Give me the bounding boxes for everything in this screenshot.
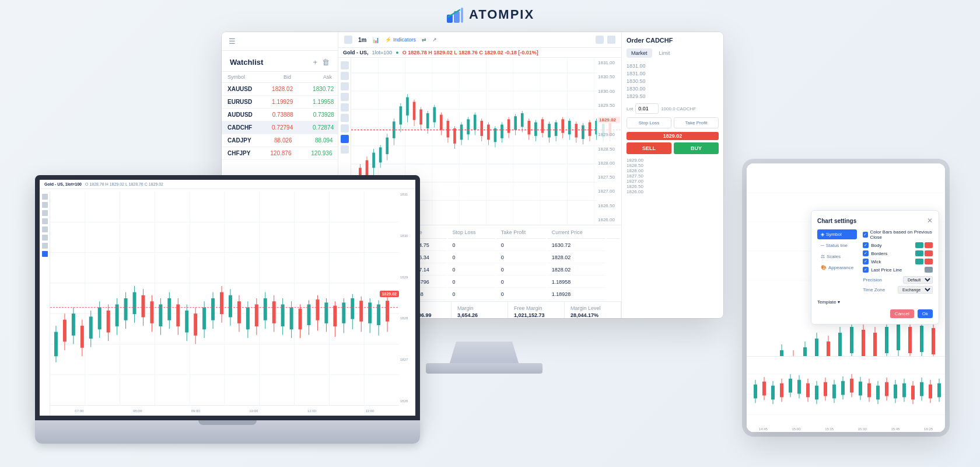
- nav-status-line[interactable]: ─ Status line: [817, 241, 857, 250]
- laptop-tool-line[interactable]: [42, 202, 48, 208]
- take-profit-button[interactable]: Take Profit: [674, 117, 719, 128]
- add-icon[interactable]: +: [313, 58, 317, 67]
- svg-rect-129: [124, 298, 128, 320]
- borders-check: Borders: [863, 250, 887, 256]
- borders-checkbox[interactable]: [863, 250, 869, 256]
- body-colors: [915, 242, 933, 248]
- indicator-icon3[interactable]: ↗: [432, 37, 437, 43]
- laptop-tool-measure[interactable]: [42, 235, 48, 241]
- color-bars-check[interactable]: Color Bars based on Previous Close: [863, 229, 933, 240]
- cancel-button[interactable]: Cancel: [890, 309, 914, 318]
- laptop-tool-text[interactable]: [42, 226, 48, 232]
- free-margin-label: Free Margin: [514, 305, 558, 311]
- svg-rect-51: [460, 124, 463, 140]
- pen-icon[interactable]: [341, 93, 349, 101]
- wick-checkbox[interactable]: [863, 259, 869, 264]
- svg-rect-269: [920, 382, 923, 396]
- chart-type-icon[interactable]: 📊: [372, 37, 379, 43]
- svg-rect-155: [237, 301, 241, 323]
- header: ATOMPIX: [0, 0, 980, 29]
- laptop-tool-active[interactable]: [42, 251, 48, 257]
- measure-icon[interactable]: [341, 114, 349, 122]
- fib-icon[interactable]: [341, 82, 349, 90]
- hamburger-icon[interactable]: ☰: [222, 32, 338, 51]
- delete-icon[interactable]: 🗑: [322, 58, 330, 67]
- svg-rect-113: [54, 332, 58, 357]
- svg-rect-89: [589, 123, 592, 136]
- nav-appearance[interactable]: 🎨 Appearance: [817, 263, 857, 273]
- wick-bear-color[interactable]: [925, 259, 933, 264]
- list-item[interactable]: XAUUSD 1828.02 1830.72: [222, 83, 338, 96]
- indicator-icon2[interactable]: ⇄: [422, 37, 426, 43]
- last-price-color[interactable]: [925, 267, 933, 273]
- svg-rect-257: [867, 384, 871, 398]
- ok-button[interactable]: Ok: [918, 309, 933, 318]
- settings-icon[interactable]: [596, 36, 604, 44]
- svg-rect-35: [406, 97, 409, 116]
- fullscreen-icon[interactable]: [607, 36, 615, 44]
- wick-bull-color[interactable]: [915, 259, 923, 264]
- text-icon[interactable]: [341, 103, 349, 111]
- ask-eurusd: 1.19958: [293, 99, 334, 105]
- laptop-tool-fib[interactable]: [42, 210, 48, 216]
- svg-rect-259: [876, 386, 880, 400]
- lp-tick: 1828: [400, 316, 414, 320]
- borders-row: Borders: [863, 250, 933, 256]
- svg-rect-181: [351, 298, 354, 319]
- laptop-tool-cursor[interactable]: [42, 194, 48, 200]
- list-item[interactable]: EURUSD 1.19929 1.19958: [222, 96, 338, 109]
- close-icon[interactable]: ✕: [927, 217, 933, 225]
- svg-rect-25: [372, 153, 375, 168]
- borders-colors: [915, 250, 933, 256]
- laptop-tool-zoom[interactable]: [42, 243, 48, 249]
- svg-rect-83: [568, 121, 571, 134]
- buy-button[interactable]: BUY: [674, 142, 719, 154]
- cursor-icon[interactable]: [344, 36, 352, 44]
- svg-rect-151: [220, 292, 223, 315]
- cs-title: Chart settings: [817, 218, 856, 224]
- last-price-checkbox[interactable]: [863, 267, 869, 273]
- laptop-tool-pen[interactable]: [42, 218, 48, 224]
- tablet-bottom-svg: [747, 357, 945, 432]
- tp-value: 0: [496, 252, 546, 263]
- indicators-btn[interactable]: ⚡ Indicators: [385, 37, 416, 43]
- tab-limit[interactable]: Limit: [654, 48, 675, 58]
- list-item[interactable]: CADCHF 0.72794 0.72874: [222, 121, 338, 134]
- sell-button[interactable]: SELL: [626, 142, 671, 154]
- tab-market[interactable]: Market: [626, 48, 652, 58]
- template-dropdown[interactable]: Template ▾: [817, 299, 840, 305]
- body-bull-color[interactable]: [915, 242, 923, 248]
- borders-bear-color[interactable]: [925, 250, 933, 256]
- price-item: 1830.00: [626, 85, 719, 92]
- body-checkbox[interactable]: [863, 242, 869, 248]
- body-bear-color[interactable]: [925, 242, 933, 248]
- list-item[interactable]: AUDUSD 0.73888 0.73928: [222, 109, 338, 121]
- nav-scales[interactable]: ⚖ Scales: [817, 252, 857, 262]
- misc-icon[interactable]: [341, 145, 349, 154]
- free-margin-item: Free Margin 1,021,152.73: [508, 302, 565, 318]
- nav-symbol[interactable]: ◈ Symbol: [817, 229, 857, 239]
- precision-select[interactable]: Default: [903, 276, 933, 284]
- tablet-screen: Chart settings ✕ ◈ Symbol ─ St: [747, 163, 945, 432]
- appearance-icon: 🎨: [821, 265, 827, 270]
- crosshair-icon[interactable]: [341, 61, 349, 69]
- stop-loss-button[interactable]: Stop Loss: [626, 117, 671, 128]
- sell-buy-row: SELL BUY: [626, 142, 719, 154]
- list-item[interactable]: CADJPY 88.026 88.094: [222, 134, 338, 147]
- current-price-value: 1.18958: [547, 277, 606, 288]
- zoom-icon[interactable]: [341, 124, 349, 133]
- svg-rect-149: [211, 298, 215, 320]
- line-icon[interactable]: [341, 72, 349, 80]
- svg-rect-179: [342, 302, 345, 323]
- svg-rect-81: [561, 119, 564, 133]
- borders-bull-color[interactable]: [915, 250, 923, 256]
- list-item[interactable]: CHFJPY 120.876 120.936: [222, 147, 338, 160]
- svg-rect-39: [419, 109, 422, 124]
- col-takeprofit: Take Profit: [496, 226, 546, 239]
- nav-symbol-label: Symbol: [826, 232, 842, 237]
- timezone-select[interactable]: Exchange: [898, 286, 933, 294]
- active-tool-icon[interactable]: [341, 135, 349, 143]
- laptop-screen: Gold - US, 1lot=100 O 1828.78 H 1829.02 …: [35, 175, 420, 420]
- timeframe-label[interactable]: 1m: [358, 37, 366, 43]
- lot-input[interactable]: [635, 103, 659, 114]
